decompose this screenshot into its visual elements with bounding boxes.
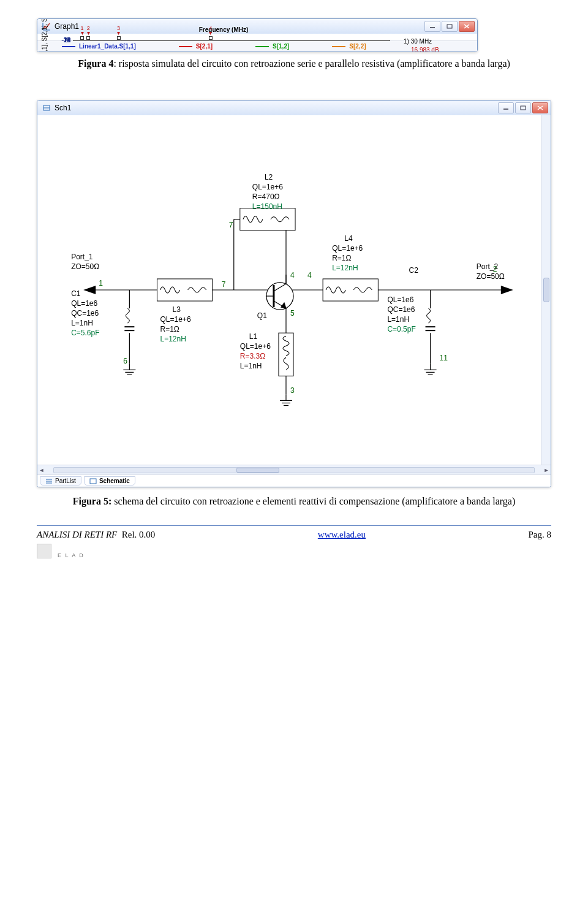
svg-text:L=12nH: L=12nH (160, 335, 186, 343)
l4-symbol: L4 QL=1e+6 R=1Ω L=12nH 4 (307, 234, 378, 301)
svg-text:R=1Ω: R=1Ω (332, 254, 351, 262)
svg-text:6: 6 (123, 357, 127, 365)
svg-text:7: 7 (229, 221, 233, 229)
scroll-left-icon[interactable]: ◄ (37, 467, 46, 473)
x-tick: 501 (227, 18, 237, 20)
svg-text:1: 1 (99, 279, 103, 287)
svg-text:2: 2 (493, 265, 497, 273)
svg-text:Port_1: Port_1 (71, 253, 93, 261)
svg-text:ZO=50Ω: ZO=50Ω (477, 272, 505, 281)
close-button[interactable] (459, 21, 475, 32)
svg-text:L3: L3 (173, 305, 181, 314)
x-tick: 1001 (383, 18, 397, 20)
x-tick: 401 (195, 18, 205, 20)
svg-text:L1: L1 (249, 332, 258, 341)
maximize-button[interactable] (442, 21, 458, 32)
svg-text:R=1Ω: R=1Ω (160, 325, 179, 333)
schematic-canvas[interactable]: Port_1 ZO=50Ω 1 Port_2 ZO=50Ω 2 (37, 115, 541, 465)
x-tick: 1 (71, 18, 75, 20)
svg-text:QL=1e+6: QL=1e+6 (160, 315, 190, 324)
horizontal-scrollbar[interactable]: ◄ ► (37, 465, 551, 474)
x-tick: 701 (290, 18, 300, 20)
schematic-icon (42, 104, 51, 112)
close-button[interactable] (532, 102, 548, 113)
port1-symbol: Port_1 ZO=50Ω 1 (71, 253, 103, 294)
svg-text:5: 5 (290, 309, 295, 318)
q1-symbol: Q1 4 5 (257, 271, 295, 320)
svg-text:QL=1e6: QL=1e6 (387, 295, 413, 304)
svg-marker-33 (501, 286, 513, 294)
svg-text:QL=1e+6: QL=1e+6 (240, 342, 271, 351)
plot-area[interactable]: 20181614121086420-2-4-6-8-10-12-14-16-18… (51, 34, 396, 40)
sch-title: Sch1 (55, 104, 71, 112)
x-tick: 901 (353, 18, 364, 20)
svg-text:L=1nH: L=1nH (240, 362, 262, 370)
svg-text:QC=1e6: QC=1e6 (71, 309, 99, 318)
y-tick: -20 (62, 37, 70, 44)
svg-text:QL=1e+6: QL=1e+6 (332, 244, 363, 253)
brand-mark: E L A D (37, 544, 551, 558)
svg-text:L=12nH: L=12nH (332, 264, 358, 272)
svg-text:L=1nH: L=1nH (71, 319, 93, 327)
marker-info-panel: 1) 30 MHz16.983 dB2) 50 MHz16.915 dB3) 1… (396, 34, 477, 40)
svg-text:QL=1e+6: QL=1e+6 (252, 183, 283, 191)
schematic-window: Sch1 (37, 100, 551, 487)
svg-text:4: 4 (307, 271, 312, 280)
svg-text:L2: L2 (265, 173, 273, 181)
x-axis-label: Frequency (MHz) (51, 26, 396, 33)
svg-text:L=1nH: L=1nH (387, 315, 409, 324)
svg-rect-92 (90, 479, 96, 484)
c1-symbol: C1 QL=1e6 QC=1e6 L=1nH C=5.6pF 6 (71, 289, 134, 365)
port2-symbol: Port_2 ZO=50Ω 2 (477, 262, 513, 294)
svg-text:ZO=50Ω: ZO=50Ω (71, 262, 99, 271)
svg-text:Q1: Q1 (257, 311, 267, 320)
svg-text:L=150nH: L=150nH (252, 202, 282, 211)
l2-symbol: L2 QL=1e+6 R=470Ω L=150nH 7 (229, 173, 295, 230)
svg-text:L4: L4 (344, 234, 353, 243)
y-axis-label: Linear1_Data.S[1,1], S[2,1], S[1,2], S[2… (37, 34, 51, 40)
l1-symbol: L1 QL=1e+6 R=3.3Ω L=1nH 3 (240, 332, 295, 395)
graph-window: Graph1 Linear1_Data.S[1,1], S[2,1], S[1,… (37, 18, 478, 52)
svg-text:11: 11 (440, 354, 448, 362)
svg-text:4: 4 (290, 271, 295, 280)
l3-symbol: L3 QL=1e+6 R=1Ω L=12nH 7 (157, 279, 225, 343)
x-tick: 801 (322, 18, 332, 20)
sch-titlebar[interactable]: Sch1 (37, 101, 551, 115)
svg-text:C1: C1 (71, 289, 81, 298)
svg-rect-1 (447, 25, 452, 28)
x-tick: 101 (99, 18, 110, 20)
list-icon (45, 478, 53, 484)
svg-text:C2: C2 (409, 266, 418, 275)
minimize-button[interactable] (498, 102, 514, 113)
footer-separator (37, 525, 551, 526)
svg-marker-29 (83, 286, 96, 294)
svg-text:3: 3 (290, 386, 295, 395)
vertical-scrollbar[interactable] (541, 115, 551, 465)
x-tick: 201 (131, 18, 141, 20)
schematic-tab-icon (89, 478, 97, 484)
svg-text:7: 7 (222, 280, 226, 289)
tab-partlist[interactable]: PartList (40, 476, 81, 485)
svg-text:QL=1e6: QL=1e6 (71, 299, 97, 308)
figure5-caption: Figura 5: schema del circuito con retroa… (37, 496, 551, 507)
plot-lines (73, 40, 390, 52)
tab-schematic[interactable]: Schematic (84, 476, 135, 485)
minimize-button[interactable] (424, 21, 440, 32)
scroll-right-icon[interactable]: ► (542, 467, 551, 473)
svg-text:R=470Ω: R=470Ω (252, 192, 280, 201)
maximize-button[interactable] (515, 102, 531, 113)
x-tick: 301 (163, 18, 173, 20)
svg-text:C=5.6pF: C=5.6pF (71, 329, 99, 337)
c2-symbol: C2 QL=1e6 QC=1e6 L=1nH C=0.5pF 11 (387, 266, 448, 362)
figure4-caption: Figura 4: risposta simulata del circuito… (37, 58, 551, 69)
x-tick: 601 (258, 18, 268, 20)
svg-text:R=3.3Ω: R=3.3Ω (240, 352, 265, 360)
svg-text:C=0.5pF: C=0.5pF (387, 325, 415, 333)
svg-text:QC=1e6: QC=1e6 (387, 305, 415, 314)
svg-rect-7 (521, 106, 526, 110)
footer-link[interactable]: www.elad.eu (318, 530, 366, 540)
